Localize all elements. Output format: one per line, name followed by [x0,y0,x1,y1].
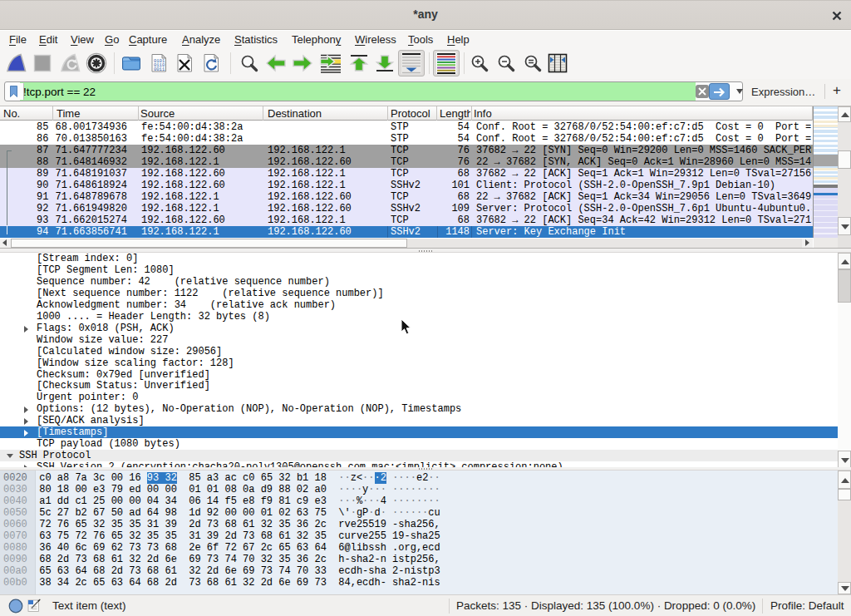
svg-text:0011: 0011 [154,67,165,72]
